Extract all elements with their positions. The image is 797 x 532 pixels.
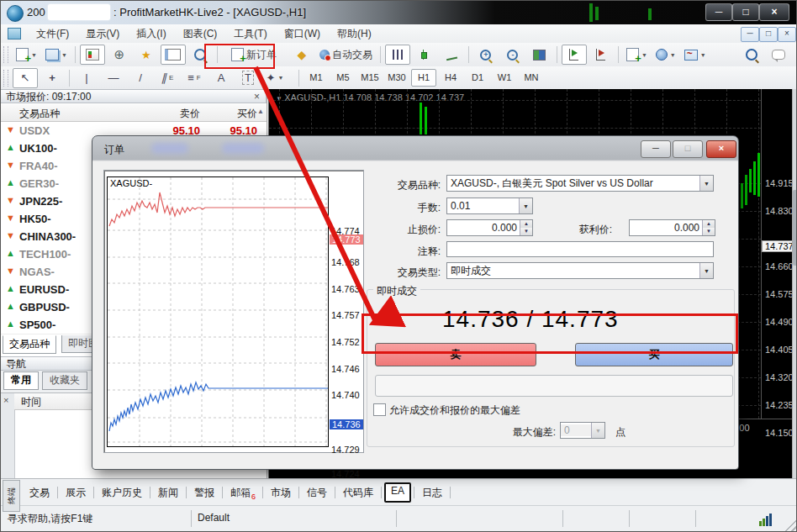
auto-scroll-button[interactable] (562, 45, 587, 65)
timeframe-M1[interactable]: M1 (303, 69, 329, 87)
crosshair-tool-button[interactable]: + (40, 68, 65, 88)
toolbar-grip[interactable] (3, 46, 8, 63)
spin-down-icon[interactable]: ▼ (703, 228, 715, 235)
symbol-select[interactable]: XAGUSD-, 白银美元 Spot Silver vs US Dollar▼ (446, 175, 714, 192)
terminal-button[interactable] (161, 45, 186, 65)
line-chart-button[interactable] (439, 45, 464, 65)
trendline-button[interactable]: / (128, 68, 153, 88)
maximize-button[interactable]: □ (732, 3, 759, 21)
column-bid[interactable]: 卖价 (141, 107, 200, 121)
navigator-tab-1[interactable]: 收藏夹 (42, 371, 87, 390)
menu-item-4[interactable]: 工具(T) (225, 24, 275, 43)
toolbar-grip[interactable] (3, 70, 8, 87)
column-ask[interactable]: 买价 (198, 107, 257, 121)
close-icon[interactable]: × (3, 395, 8, 405)
candle-chart-button[interactable] (412, 45, 437, 65)
arrows-tool-button[interactable]: ✦▼ (262, 68, 288, 88)
horizontal-line-button[interactable]: — (101, 68, 126, 88)
label-tool-button[interactable]: T (235, 68, 261, 88)
sell-button[interactable]: 卖 (375, 343, 536, 366)
comment-input[interactable] (446, 241, 714, 257)
timeframe-H4[interactable]: H4 (438, 69, 463, 87)
close-icon[interactable]: × (254, 90, 260, 103)
menu-item-5[interactable]: 窗口(W) (276, 24, 329, 43)
menu-item-6[interactable]: 帮助(H) (329, 24, 380, 43)
text-tool-button[interactable]: A (208, 68, 234, 88)
terminal-tab-代码库[interactable]: 代码库 (338, 484, 378, 501)
indicators-button[interactable]: ▼ (623, 45, 651, 65)
chart-shift-button[interactable] (589, 45, 614, 65)
terminal-tab-新闻[interactable]: 新闻 (153, 484, 183, 501)
new-chart-button[interactable]: ▼ (13, 45, 40, 65)
dialog-minimize-button[interactable]: ─ (641, 140, 671, 158)
mdi-restore-button[interactable]: □ (759, 27, 778, 42)
menu-item-1[interactable]: 显示(V) (77, 24, 128, 43)
timeframe-H1[interactable]: H1 (411, 69, 436, 87)
menu-item-2[interactable]: 插入(I) (128, 24, 174, 43)
timeframe-M5[interactable]: M5 (330, 69, 356, 87)
profiles-button[interactable]: ▼ (42, 45, 71, 65)
caret-down-icon[interactable]: ▼ (519, 198, 532, 213)
zoom-in-button[interactable]: + (473, 45, 499, 65)
terminal-tab-交易[interactable]: 交易 (24, 484, 55, 501)
status-profile[interactable]: Default (198, 512, 230, 524)
minimize-button[interactable]: ─ (705, 3, 732, 21)
navigator-button[interactable]: ★ (134, 45, 159, 65)
terminal-tab-市场[interactable]: 市场 (266, 484, 296, 501)
new-order-button[interactable]: 新订单 (228, 45, 280, 65)
caret-down-icon[interactable]: ▼ (699, 263, 713, 278)
autotrading-button[interactable]: 自动交易 (316, 45, 376, 65)
spin-up-icon[interactable]: ▲ (520, 220, 532, 228)
stoploss-input[interactable]: 0.000 ▲▼ (446, 219, 533, 236)
vertical-line-button[interactable]: | (74, 68, 99, 88)
menu-item-0[interactable]: 文件(F) (28, 24, 77, 43)
terminal-vertical-tab[interactable]: 终端 (3, 480, 20, 512)
fibonacci-button[interactable]: ≡F (182, 68, 207, 88)
timeframe-W1[interactable]: W1 (492, 69, 517, 87)
timeframe-D1[interactable]: D1 (465, 69, 490, 87)
terminal-tab-信号[interactable]: 信号 (302, 484, 332, 501)
periods-button[interactable]: ▼ (652, 45, 679, 65)
chart-scrollbar[interactable] (792, 89, 797, 480)
templates-button[interactable]: ▼ (681, 45, 710, 65)
zoom-out-button[interactable]: - (500, 45, 525, 65)
timeframe-M30[interactable]: M30 (384, 69, 409, 87)
terminal-tab-日志[interactable]: 日志 (417, 484, 447, 501)
spin-down-icon[interactable]: ▼ (520, 228, 532, 235)
terminal-tab-邮箱[interactable]: 邮箱6 (225, 484, 260, 501)
dialog-close-button[interactable]: × (706, 140, 736, 158)
metaeditor-button[interactable]: ◆ (289, 45, 314, 65)
menu-item-3[interactable]: 图表(C) (175, 24, 226, 43)
caret-down-icon[interactable]: ▼ (699, 176, 713, 191)
volume-select[interactable]: 0.01▼ (446, 198, 533, 214)
deviation-checkbox[interactable] (373, 403, 386, 416)
chat-button[interactable] (766, 45, 791, 65)
mdi-close-button[interactable]: × (778, 27, 796, 42)
navigator-tab-0[interactable]: 常用 (3, 371, 39, 390)
spin-up-icon[interactable]: ▲ (703, 220, 715, 228)
strategy-tester-button[interactable] (187, 45, 213, 65)
terminal-tab-账户历史[interactable]: 账户历史 (97, 484, 147, 501)
buy-button[interactable]: 买 (575, 343, 733, 366)
timeframe-M15[interactable]: M15 (357, 69, 383, 87)
timeframe-MN[interactable]: MN (519, 69, 544, 87)
data-window-button[interactable]: ⊕ (107, 45, 132, 65)
resize-grip[interactable] (784, 519, 796, 531)
spinner-arrows[interactable]: ▲▼ (702, 220, 715, 235)
terminal-tab-警报[interactable]: 警报 (189, 484, 219, 501)
search-button[interactable] (739, 45, 764, 65)
terminal-tab-EA[interactable]: EA (384, 482, 411, 503)
scroll-up-icon[interactable]: ▲ (257, 108, 264, 115)
column-symbol[interactable]: 交易品种 (19, 107, 60, 121)
cursor-tool-button[interactable]: ↖ (13, 68, 38, 88)
terminal-tab-展示[interactable]: 展示 (61, 484, 91, 501)
market-watch-tab-0[interactable]: 交易品种 (3, 335, 56, 354)
channel-button[interactable]: ∥E (155, 68, 180, 88)
order-type-select[interactable]: 即时成交▼ (446, 262, 714, 279)
close-button[interactable]: × (759, 3, 789, 21)
takeprofit-input[interactable]: 0.000 ▲▼ (629, 219, 715, 236)
chart-scrollbar-thumb[interactable] (793, 190, 797, 266)
mdi-minimize-button[interactable]: ─ (741, 27, 759, 42)
market-watch-button[interactable] (80, 45, 105, 65)
spinner-arrows[interactable]: ▲▼ (520, 220, 532, 235)
